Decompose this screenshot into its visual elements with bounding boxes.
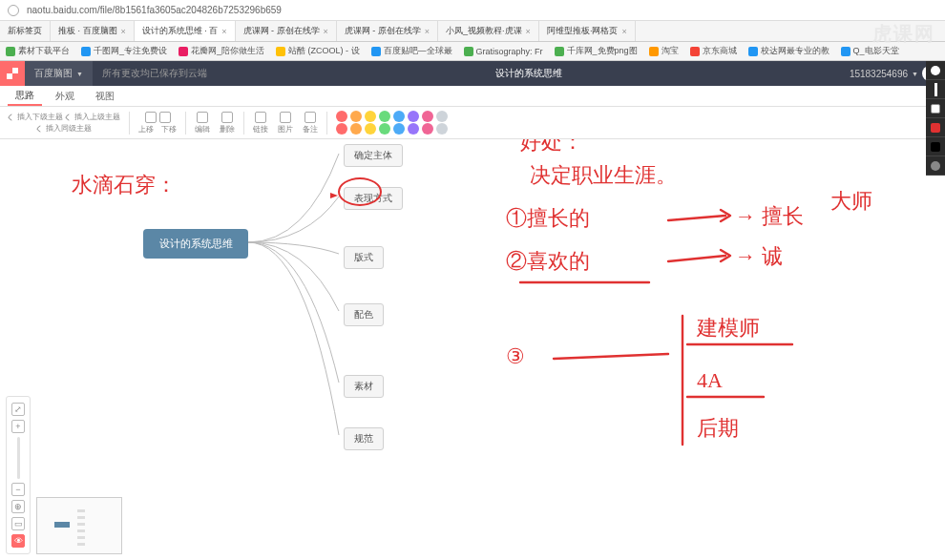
close-icon[interactable]: ×: [221, 27, 226, 36]
tab-thought[interactable]: 思路: [8, 87, 42, 106]
progress-1[interactable]: [336, 123, 347, 135]
bookmark[interactable]: 校达网最专业的教: [743, 45, 835, 57]
pointer-tool[interactable]: [926, 61, 945, 80]
browser-tab-active[interactable]: 设计的系统思维 · 百×: [135, 21, 236, 41]
progress-2[interactable]: [350, 123, 362, 135]
priority-4[interactable]: [379, 111, 390, 122]
priority-none[interactable]: [436, 111, 448, 122]
zoom-out-icon[interactable]: −: [11, 483, 25, 496]
mindmap-node[interactable]: 配色: [344, 303, 384, 326]
bookmark[interactable]: 千图网_专注免费设: [75, 45, 173, 57]
preview-icon[interactable]: 👁: [11, 534, 25, 548]
url-text: naotu.baidu.com/file/8b1561fa3605ac20482…: [27, 5, 282, 15]
bookmark[interactable]: 千库网_免费png图: [549, 45, 643, 57]
svg-text:①擅长的: ①擅长的: [506, 206, 590, 230]
red-circle-annotation: [338, 177, 382, 206]
fit-icon[interactable]: ▭: [11, 517, 25, 530]
browser-tab[interactable]: 新标签页: [0, 21, 51, 41]
view-controls: ⤢ + − ⊕ ▭ 👁: [6, 396, 31, 554]
svg-text:大师: 大师: [830, 189, 872, 213]
svg-text:后期: 后期: [697, 416, 739, 440]
browser-tab-bar: 新标签页 推板 · 百度脑图× 设计的系统思维 · 百× 虎课网 - 原创在线学…: [0, 21, 945, 42]
close-icon[interactable]: ×: [324, 27, 328, 36]
priority-3[interactable]: [365, 111, 376, 122]
chevron-down-icon: ▼: [76, 71, 83, 77]
edit-icon[interactable]: [197, 112, 208, 123]
app-dropdown[interactable]: 百度脑图▼: [25, 61, 93, 86]
svg-text:好处：: 好处：: [520, 139, 583, 154]
more-tool[interactable]: [926, 156, 945, 176]
progress-7[interactable]: [422, 123, 433, 135]
priority-7[interactable]: [422, 111, 433, 122]
bookmark[interactable]: 站酷 (ZCOOL) - 设: [270, 45, 366, 57]
progress-4[interactable]: [379, 123, 390, 135]
close-icon[interactable]: ×: [425, 27, 430, 36]
ribbon-tabs: 思路 外观 视图: [0, 86, 945, 107]
red-arrow-annotation: [330, 193, 338, 198]
zoom-slider[interactable]: [17, 437, 20, 479]
mindmap-node[interactable]: 规范: [344, 427, 384, 450]
minimap[interactable]: [36, 497, 122, 554]
up-icon[interactable]: [145, 112, 157, 123]
close-icon[interactable]: ×: [621, 27, 626, 36]
bookmark[interactable]: Q_电影天堂: [835, 45, 905, 57]
mindmap-root[interactable]: 设计的系统思维: [143, 229, 248, 259]
bookmark[interactable]: 京东商城: [684, 45, 743, 57]
browser-tab[interactable]: 阿维型推板·网格页×: [539, 21, 636, 41]
mindmap-node[interactable]: 版式: [344, 246, 384, 269]
color-black[interactable]: [926, 137, 945, 156]
color-red[interactable]: [926, 118, 945, 137]
app-header: 百度脑图▼ 所有更改均已保存到云端 设计的系统思维 15183254696▼: [0, 61, 945, 86]
app-menu-icon[interactable]: [0, 61, 25, 86]
document-title: 设计的系统思维: [217, 67, 842, 80]
toolbar: 插入下级主题 插入上级主题 插入同级主题 上移 下移 编辑 删除 链接 图片 备…: [0, 107, 945, 139]
progress-6[interactable]: [408, 123, 419, 135]
bookmarks-bar: 素材下载平台 千图网_专注免费设 花瓣网_陪你做生活 站酷 (ZCOOL) - …: [0, 42, 945, 61]
browser-tab[interactable]: 推板 · 百度脑图×: [51, 21, 135, 41]
info-icon: [8, 5, 19, 16]
bookmark[interactable]: Gratisography: Fr: [458, 47, 549, 56]
remove-icon[interactable]: [221, 112, 233, 123]
save-status: 所有更改均已保存到云端: [93, 67, 217, 80]
annotation-toolbar: [926, 61, 945, 176]
mindmap-node[interactable]: 素材: [344, 375, 384, 398]
browser-tab[interactable]: 虎课网 - 原创在线学×: [236, 21, 337, 41]
arrow-icon[interactable]: [36, 124, 44, 132]
expand-icon[interactable]: ⤢: [11, 403, 25, 416]
priority-2[interactable]: [350, 111, 362, 122]
svg-text:②喜欢的: ②喜欢的: [506, 249, 590, 273]
eraser-tool[interactable]: [926, 99, 945, 118]
priority-1[interactable]: [336, 111, 347, 122]
bookmark[interactable]: 素材下载平台: [0, 45, 75, 57]
progress-5[interactable]: [393, 123, 405, 135]
progress-none[interactable]: [436, 123, 448, 135]
locate-icon[interactable]: ⊕: [11, 500, 25, 513]
link-icon[interactable]: [255, 112, 266, 123]
close-icon[interactable]: ×: [526, 27, 531, 36]
mindmap-node[interactable]: 确定主体: [344, 144, 403, 167]
bookmark[interactable]: 花瓣网_陪你做生活: [173, 45, 270, 57]
priority-6[interactable]: [408, 111, 419, 122]
browser-tab[interactable]: 虎课网 - 原创在线学×: [337, 21, 438, 41]
svg-text:③: ③: [506, 344, 525, 368]
mindmap-canvas[interactable]: 设计的系统思维 确定主体 表现方式 版式 配色 素材 规范 水滴石穿： 好处： …: [0, 139, 945, 560]
pen-tool[interactable]: [926, 80, 945, 99]
bookmark[interactable]: 淘宝: [643, 45, 684, 57]
arrow-icon[interactable]: [8, 113, 15, 120]
image-icon[interactable]: [280, 112, 291, 123]
browser-address-bar[interactable]: naotu.baidu.com/file/8b1561fa3605ac20482…: [0, 0, 945, 21]
chevron-down-icon: ▼: [912, 71, 918, 77]
note-icon[interactable]: [304, 112, 316, 123]
tab-view[interactable]: 视图: [88, 88, 122, 105]
tab-appearance[interactable]: 外观: [48, 88, 82, 105]
down-icon[interactable]: [159, 112, 171, 123]
progress-3[interactable]: [365, 123, 376, 135]
bookmark[interactable]: 百度贴吧—全球最: [366, 45, 458, 57]
priority-5[interactable]: [393, 111, 405, 122]
svg-text:建模师: 建模师: [696, 316, 760, 340]
svg-text:→ 诚: → 诚: [735, 244, 783, 268]
zoom-in-icon[interactable]: +: [11, 420, 25, 433]
close-icon[interactable]: ×: [121, 27, 126, 36]
arrow-icon[interactable]: [65, 113, 73, 120]
browser-tab[interactable]: 小凤_视频教程·虎课×: [438, 21, 539, 41]
